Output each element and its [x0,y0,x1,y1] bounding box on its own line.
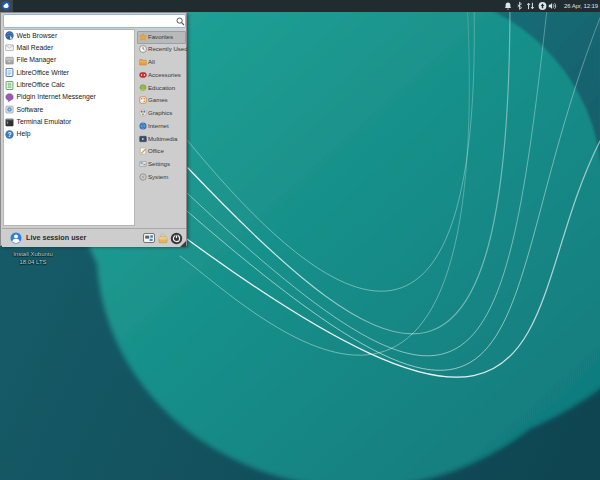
svg-text:?: ? [7,131,11,138]
